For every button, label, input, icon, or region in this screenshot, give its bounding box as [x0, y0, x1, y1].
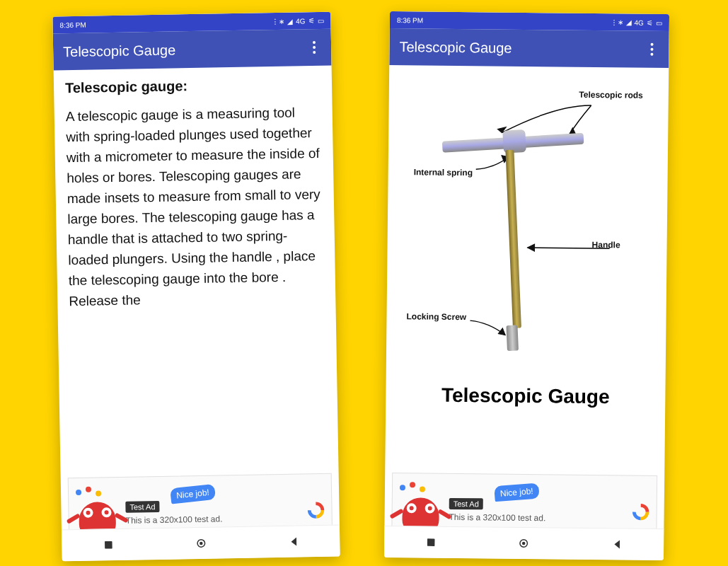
admob-logo-icon	[306, 500, 325, 520]
signal-icon: ◢	[287, 17, 293, 25]
gauge-diagram: Telescopic rods Internal spring Handle	[398, 75, 657, 382]
status-icons: ⋮∗ ◢ 4G ⚟ ▭	[611, 18, 662, 27]
admob-logo-icon	[631, 502, 651, 522]
diagram-caption: Telescopic Gauge	[397, 383, 654, 409]
content-area[interactable]: Telescopic gauge: A telescopic gauge is …	[54, 66, 339, 473]
battery-icon: ▭	[656, 18, 662, 26]
back-button[interactable]	[611, 538, 623, 550]
wifi-icon: ⚟	[647, 18, 653, 26]
network-label: 4G	[296, 17, 306, 25]
app-title: Telescopic Gauge	[63, 42, 175, 60]
phone-right: 8:36 PM ⋮∗ ◢ 4G ⚟ ▭ Telescopic Gauge Tel…	[384, 11, 669, 560]
article-heading: Telescopic gauge:	[65, 76, 320, 96]
wifi-icon: ⚟	[308, 17, 314, 25]
recent-apps-button[interactable]	[102, 538, 115, 551]
article-body: A telescopic gauge is a measuring tool w…	[66, 102, 325, 311]
ad-speech-bubble: Nice job!	[170, 484, 216, 504]
status-icons: ⋮∗ ◢ 4G ⚟ ▭	[272, 16, 324, 25]
clock: 8:36 PM	[397, 16, 423, 24]
app-bar: Telescopic Gauge	[389, 28, 669, 68]
network-label: 4G	[635, 18, 644, 26]
clock: 8:36 PM	[59, 21, 86, 29]
svg-rect-0	[105, 541, 112, 549]
svg-rect-3	[427, 538, 435, 546]
label-locking-screw: Locking Screw	[406, 311, 466, 322]
app-title: Telescopic Gauge	[399, 39, 512, 57]
ad-description: This is a 320x100 test ad.	[126, 512, 301, 525]
signal-icon: ◢	[626, 18, 632, 26]
back-button[interactable]	[287, 536, 300, 548]
battery-icon: ▭	[317, 16, 323, 24]
bluetooth-icon: ⋮∗	[611, 18, 623, 26]
overflow-menu-button[interactable]	[645, 37, 659, 62]
ad-description: This is a 320x100 test ad.	[449, 512, 625, 524]
home-button[interactable]	[195, 537, 207, 550]
ad-badge: Test Ad	[125, 501, 159, 513]
ad-speech-bubble: Nice job!	[494, 483, 539, 502]
svg-point-2	[200, 542, 203, 545]
ad-badge: Test Ad	[449, 498, 483, 510]
label-telescopic-rods: Telescopic rods	[579, 90, 643, 100]
content-area[interactable]: Telescopic rods Internal spring Handle	[385, 65, 669, 470]
nav-bar	[384, 526, 664, 560]
bluetooth-icon: ⋮∗	[272, 17, 284, 25]
label-internal-spring: Internal spring	[414, 167, 473, 178]
home-button[interactable]	[518, 537, 531, 550]
recent-apps-button[interactable]	[424, 536, 437, 549]
app-bar: Telescopic Gauge	[53, 29, 332, 71]
overflow-menu-button[interactable]	[307, 35, 322, 59]
phone-left: 8:36 PM ⋮∗ ◢ 4G ⚟ ▭ Telescopic Gauge Tel…	[52, 12, 340, 562]
nav-bar	[62, 525, 340, 562]
svg-point-5	[522, 542, 526, 545]
